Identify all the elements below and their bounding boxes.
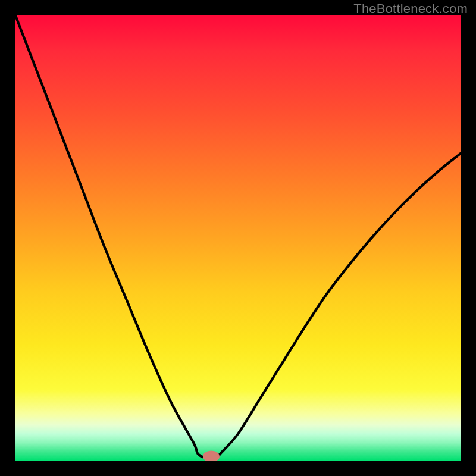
plot-area bbox=[15, 15, 461, 461]
optimum-marker-icon bbox=[203, 451, 220, 461]
watermark-text: TheBottleneck.com bbox=[353, 1, 468, 17]
bottleneck-curve bbox=[15, 15, 461, 461]
chart-frame: TheBottleneck.com bbox=[0, 0, 476, 476]
